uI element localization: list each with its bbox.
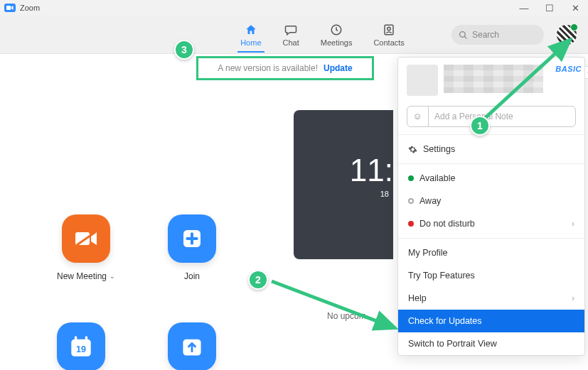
status-dot-icon [408,175,414,181]
menu-label: Away [419,196,441,206]
share-screen-button[interactable] [168,322,216,370]
minimize-button[interactable]: — [511,0,537,16]
share-icon [168,322,216,370]
personal-note-input[interactable]: ☺ Add a Personal Note [407,106,576,127]
calendar-icon: 19 [57,322,105,370]
menu-label: Available [419,173,456,183]
chevron-right-icon: › [572,219,574,229]
clock-date: 18 [294,190,393,198]
annotation-badge-1: 1 [470,116,490,136]
chat-icon [284,23,298,37]
tab-label: Contacts [373,38,404,47]
upcoming-text: No upcom [327,311,366,321]
contacts-icon [382,23,396,37]
menu-label: My Profile [408,248,448,258]
tab-label: Chat [283,38,299,47]
new-meeting-button[interactable]: New Meeting⌄ [57,214,115,281]
status-dot-icon [408,221,414,227]
menu-status-dnd[interactable]: Do not disturb› [398,212,584,235]
menu-label: Settings [423,144,455,154]
emoji-icon[interactable]: ☺ [407,107,429,126]
svg-rect-0 [6,6,11,10]
gear-icon [408,145,417,154]
close-button[interactable]: ✕ [562,0,588,16]
tab-contacts[interactable]: Contacts [373,23,404,47]
maximize-button[interactable]: ☐ [537,0,562,16]
profile-avatar[interactable] [557,25,577,45]
search-input[interactable]: Search [451,25,544,45]
update-banner: A new version is available! Update [196,56,374,80]
tab-meetings[interactable]: Meetings [321,23,353,47]
svg-text:19: 19 [76,344,86,354]
menu-settings[interactable]: Settings [398,138,584,160]
svg-rect-9 [75,336,77,342]
menu-avatar [407,65,438,96]
plan-badge: BASIC [555,65,582,73]
svg-line-14 [272,281,395,328]
banner-text: A new version is available! [218,63,318,73]
clock-time: 11: [294,153,393,188]
tab-home[interactable]: Home [240,23,261,47]
title-bar: Zoom — ☐ ✕ [0,0,588,16]
window-title: Zoom [20,4,40,12]
svg-point-4 [460,31,466,37]
tab-chat[interactable]: Chat [283,23,299,47]
clock-card: 11: 18 [294,110,393,259]
status-dot-icon [408,198,414,204]
button-label: Join [184,271,200,281]
chevron-right-icon: › [572,293,574,303]
annotation-badge-2: 2 [248,270,268,290]
menu-status-away[interactable]: Away [398,190,584,212]
menu-label: Try Top Features [408,271,475,281]
header-nav: Home Chat Meetings Contacts Search [0,16,588,54]
menu-check-updates[interactable]: Check for Updates [398,310,584,332]
annotation-badge-3: 3 [174,40,194,60]
schedule-button[interactable]: 19 [57,322,105,370]
menu-label: Check for Updates [408,316,482,326]
plus-icon [168,214,216,263]
video-icon [62,214,110,263]
collapse-toggle[interactable]: ‹ [585,66,588,79]
menu-my-profile[interactable]: My Profile [398,241,584,264]
zoom-logo-icon [4,4,16,12]
menu-label: Help [408,293,427,303]
menu-try-features[interactable]: Try Top Features [398,264,584,287]
tab-label: Home [240,38,261,47]
profile-menu: BASIC ‹ ☺ Add a Personal Note Settings A… [397,57,585,356]
tab-label: Meetings [321,38,353,47]
home-icon [244,23,258,37]
window-controls: — ☐ ✕ [511,0,588,16]
search-icon [459,31,468,40]
menu-help[interactable]: Help› [398,287,584,310]
menu-status-available[interactable]: Available [398,167,584,190]
annotation-arrow-2 [269,276,404,335]
chevron-down-icon[interactable]: ⌄ [109,273,115,280]
clock-icon [329,23,343,37]
menu-label: Do not disturb [419,219,475,229]
join-button[interactable]: Join [168,214,216,281]
svg-rect-10 [85,336,87,342]
button-label: New Meeting [57,271,107,281]
svg-point-3 [387,27,391,31]
menu-portrait-view[interactable]: Switch to Portrait View [398,332,584,355]
update-link[interactable]: Update [324,63,353,73]
redacted-name [444,65,543,93]
search-placeholder: Search [472,30,499,40]
menu-label: Switch to Portrait View [408,339,497,349]
